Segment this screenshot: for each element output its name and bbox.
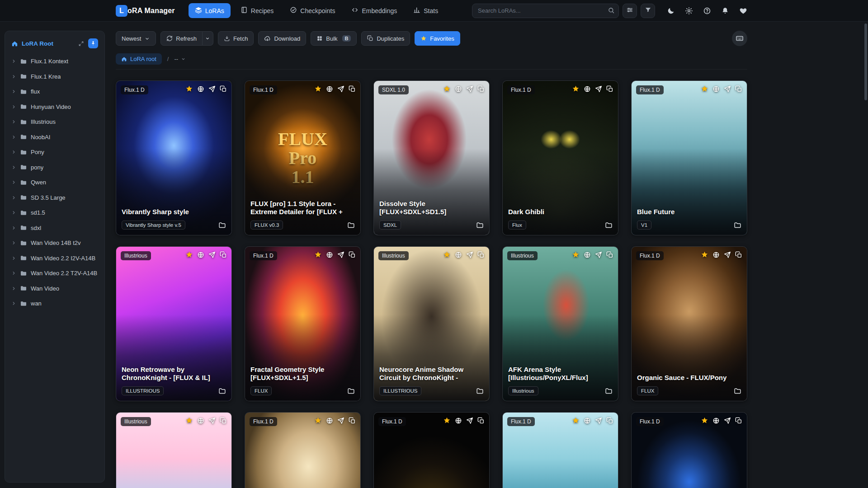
sidebar-folder-item[interactable]: Illustrious [9, 114, 101, 130]
globe-icon[interactable] [455, 251, 462, 258]
favorite-star-icon[interactable] [314, 85, 322, 93]
favorite-star-icon[interactable] [185, 417, 193, 424]
refresh-button[interactable]: Refresh [160, 31, 203, 46]
lora-card[interactable]: Illustrious Neon Retrowave by ChronoKnig… [116, 246, 232, 401]
tag-chip[interactable]: FLUX [250, 386, 272, 395]
fetch-button[interactable]: Fetch [218, 31, 254, 46]
send-icon[interactable] [337, 417, 344, 424]
favorite-star-icon[interactable] [185, 251, 193, 258]
sidebar-folder-item[interactable]: Pony [9, 145, 101, 160]
tag-chip[interactable]: Vibrantly Sharp style v.5 [122, 221, 185, 230]
favorite-star-icon[interactable] [314, 251, 322, 258]
sidebar-folder-item[interactable]: Wan Video 14B t2v [9, 235, 101, 251]
sidebar-folder-item[interactable]: sd1.5 [9, 205, 101, 221]
send-icon[interactable] [208, 417, 216, 424]
sidebar-folder-item[interactable]: Wan Video [9, 281, 101, 296]
copy-icon[interactable] [606, 251, 613, 258]
folder-open-icon[interactable] [218, 221, 226, 229]
send-icon[interactable] [724, 85, 731, 93]
tag-chip[interactable]: Flux [508, 221, 526, 230]
send-icon[interactable] [466, 251, 473, 258]
sidebar-folder-item[interactable]: flux [9, 84, 101, 99]
send-icon[interactable] [595, 251, 602, 258]
folder-open-icon[interactable] [218, 387, 226, 395]
tag-chip[interactable]: V1 [637, 221, 651, 230]
globe-icon[interactable] [326, 417, 333, 424]
search-input[interactable] [472, 4, 619, 18]
copy-icon[interactable] [220, 417, 227, 424]
copy-icon[interactable] [735, 417, 742, 424]
copy-icon[interactable] [349, 85, 356, 93]
copy-icon[interactable] [220, 85, 227, 93]
send-icon[interactable] [595, 85, 602, 93]
duplicates-button[interactable]: Duplicates [361, 31, 410, 46]
tag-chip[interactable]: SDXL [379, 221, 401, 230]
globe-icon[interactable] [326, 85, 333, 93]
favorite-star-icon[interactable] [185, 85, 193, 93]
copy-icon[interactable] [735, 251, 742, 258]
lora-card[interactable]: Flux.1 D Organic Sauce - FLUX/Pony FLUX [631, 246, 747, 401]
sidebar-folder-item[interactable]: Flux.1 Kontext [9, 54, 101, 69]
lora-card[interactable]: Flux.1 D [631, 412, 747, 488]
folder-open-icon[interactable] [347, 221, 355, 229]
lora-card[interactable]: Illustrious AFK Arena Style [Illustrious… [502, 246, 618, 401]
copy-icon[interactable] [477, 251, 485, 258]
copy-icon[interactable] [606, 417, 613, 424]
favorite-star-icon[interactable] [572, 85, 580, 93]
globe-icon[interactable] [712, 251, 720, 258]
sidebar-folder-item[interactable]: Hunyuan Video [9, 99, 101, 115]
globe-icon[interactable] [584, 85, 591, 93]
copy-icon[interactable] [349, 417, 356, 424]
folder-open-icon[interactable] [605, 221, 613, 229]
nav-item-loras[interactable]: LoRAs [189, 3, 231, 18]
copy-icon[interactable] [477, 85, 485, 93]
search-options-button[interactable] [623, 4, 637, 18]
lora-card[interactable]: Flux.1 D Blue Future V1 [631, 80, 747, 235]
pin-button[interactable] [88, 38, 98, 48]
sidebar-folder-item[interactable]: Wan Video 2.2 I2V-A14B [9, 251, 101, 266]
send-icon[interactable] [208, 85, 216, 93]
lora-card[interactable]: Illustrious [116, 412, 232, 488]
breadcrumb-current[interactable]: -- [174, 56, 186, 62]
globe-icon[interactable] [197, 417, 204, 424]
sidebar-folder-item[interactable]: SD 3.5 Large [9, 190, 101, 206]
sidebar-folder-item[interactable]: Wan Video 2.2 T2V-A14B [9, 266, 101, 281]
filter-button[interactable] [641, 4, 655, 18]
favorite-star-icon[interactable] [443, 417, 451, 424]
notifications-button[interactable] [721, 7, 729, 15]
sort-select[interactable]: Newest [116, 31, 156, 46]
favorite-star-icon[interactable] [443, 251, 451, 258]
globe-icon[interactable] [712, 85, 720, 93]
globe-icon[interactable] [584, 417, 591, 424]
lora-card[interactable]: Flux.1 D Vibrantly Sharp style Vibrantly… [116, 80, 232, 235]
tag-chip[interactable]: FLUX v0.3 [250, 221, 283, 230]
folder-open-icon[interactable] [476, 221, 484, 229]
globe-icon[interactable] [712, 417, 720, 424]
globe-icon[interactable] [326, 251, 333, 258]
folder-open-icon[interactable] [734, 387, 741, 395]
sidebar-folder-item[interactable]: Qwen [9, 175, 101, 190]
lora-card[interactable]: Flux.1 D Fractal Geometry Style [FLUX+SD… [245, 246, 361, 401]
globe-icon[interactable] [197, 251, 204, 258]
globe-icon[interactable] [584, 251, 591, 258]
folder-open-icon[interactable] [734, 221, 741, 229]
keyboard-shortcuts-button[interactable] [732, 31, 747, 46]
send-icon[interactable] [595, 417, 602, 424]
nav-item-checkpoints[interactable]: Checkpoints [283, 3, 341, 18]
favorite-star-icon[interactable] [314, 417, 322, 424]
download-button[interactable]: Download [258, 31, 306, 46]
globe-icon[interactable] [197, 85, 204, 93]
copy-icon[interactable] [477, 417, 485, 424]
lora-card[interactable]: SDXL 1.0 Dissolve Style [FLUX+SDXL+SD1.5… [373, 80, 490, 235]
nav-item-recipes[interactable]: Recipes [234, 3, 280, 18]
tag-chip[interactable]: Illustrious [508, 386, 538, 395]
theme-toggle-button[interactable] [667, 7, 675, 15]
copy-icon[interactable] [606, 85, 613, 93]
send-icon[interactable] [337, 85, 344, 93]
favorites-filter-button[interactable]: Favorites [415, 31, 460, 46]
lora-card[interactable]: Flux.1 D Dark Ghibli Flux [502, 80, 618, 235]
favorite-star-icon[interactable] [701, 85, 708, 93]
bulk-button[interactable]: Bulk B [311, 31, 357, 46]
favorite-star-icon[interactable] [572, 417, 580, 424]
nav-item-embeddings[interactable]: Embeddings [345, 3, 403, 18]
